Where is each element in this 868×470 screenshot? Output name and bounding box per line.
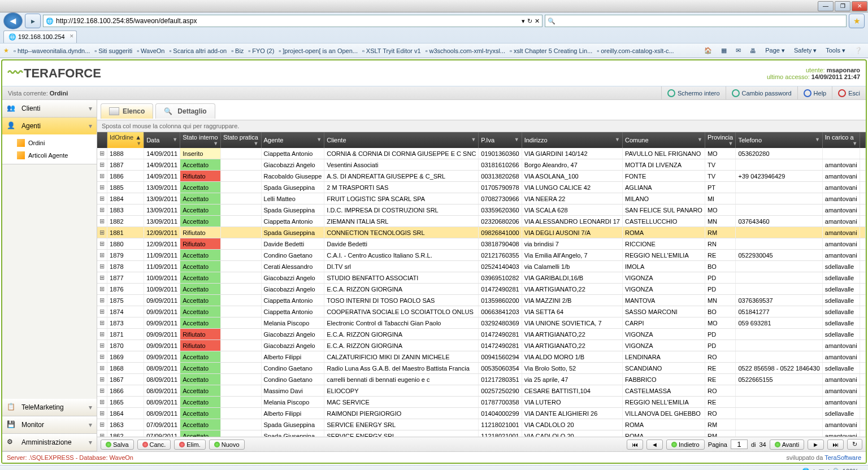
table-row[interactable]: ⊞188012/09/2011RifiutatoDavide BedettiDa… bbox=[97, 238, 866, 250]
delete-button[interactable]: Elim. bbox=[174, 439, 205, 450]
grid-scroll[interactable]: IdOrdine ▲▼Data▼Stato interno▼Stato prat… bbox=[97, 132, 866, 437]
filter-icon[interactable]: ▼ bbox=[514, 137, 519, 142]
toolbar-page[interactable]: Page ▾ bbox=[763, 46, 787, 55]
expand-icon[interactable]: ⊞ bbox=[97, 374, 107, 385]
col-header[interactable]: Telefono▼ bbox=[736, 132, 822, 148]
page-prev-button[interactable]: ◄ bbox=[646, 439, 663, 450]
tab-dettaglio[interactable]: 🔍 Dettaglio bbox=[155, 103, 215, 119]
favorite-link[interactable]: ▫http--waveonitalia.dyndn... bbox=[14, 47, 90, 54]
col-header[interactable]: Indirizzo▼ bbox=[522, 132, 622, 148]
col-header[interactable]: Agente▼ bbox=[261, 132, 324, 148]
col-header[interactable]: Provincia▼ bbox=[705, 132, 736, 148]
table-row[interactable]: ⊞187009/09/2011RifiutatoGiacobazzi Angel… bbox=[97, 340, 866, 351]
toolbar-safety[interactable]: Safety ▾ bbox=[792, 46, 819, 55]
page-last-button[interactable]: ⏭ bbox=[827, 439, 844, 450]
table-row[interactable]: ⊞186207/09/2011AccettatoSpada Giuseppina… bbox=[97, 430, 866, 437]
table-row[interactable]: ⊞187710/09/2011AccettatoGiacobazzi Angel… bbox=[97, 272, 866, 284]
page-back-button[interactable]: Indietro bbox=[666, 439, 705, 450]
filter-icon[interactable]: ▼ bbox=[213, 141, 218, 146]
sidebar-item[interactable]: Ordini bbox=[17, 137, 97, 149]
help-icon[interactable]: ❔ bbox=[852, 46, 865, 55]
expand-icon[interactable]: ⊞ bbox=[97, 238, 107, 250]
expand-icon[interactable]: ⊞ bbox=[97, 148, 107, 159]
expand-icon[interactable]: ⊞ bbox=[97, 385, 107, 397]
expand-icon[interactable]: ⊞ bbox=[97, 317, 107, 329]
col-header[interactable]: IdOrdine ▲▼ bbox=[107, 132, 144, 148]
table-row[interactable]: ⊞188614/09/2011RifiutatoRacobaldo Giusep… bbox=[97, 171, 866, 182]
filter-icon[interactable]: ▼ bbox=[316, 137, 322, 142]
table-row[interactable]: ⊞188714/09/2011AccettatoGiacobazzi Angel… bbox=[97, 159, 866, 171]
table-row[interactable]: ⊞186608/09/2011AccettatoMassimo DaviELIO… bbox=[97, 385, 866, 397]
page-first-button[interactable]: ⏮ bbox=[627, 439, 643, 450]
expand-icon[interactable]: ⊞ bbox=[97, 159, 107, 171]
search-bar[interactable]: 🔍 bbox=[545, 15, 847, 27]
expand-icon[interactable]: ⊞ bbox=[97, 351, 107, 363]
expand-icon[interactable]: ⊞ bbox=[97, 363, 107, 374]
table-row[interactable]: ⊞187811/09/2011AccettatoCerati Alessandr… bbox=[97, 261, 866, 272]
expand-icon[interactable]: ⊞ bbox=[97, 306, 107, 317]
save-button[interactable]: Salva bbox=[101, 439, 134, 450]
url-input[interactable] bbox=[56, 17, 519, 25]
favorites-icon[interactable]: ★ bbox=[849, 14, 865, 28]
favorite-link[interactable]: ▫oreilly.com-catalog-xslt-c... bbox=[597, 47, 674, 54]
filter-icon[interactable]: ▼ bbox=[615, 137, 620, 142]
expand-icon[interactable]: ⊞ bbox=[97, 284, 107, 295]
table-row[interactable]: ⊞187911/09/2011AccettatoCondino GaetanoC… bbox=[97, 250, 866, 261]
table-row[interactable]: ⊞186307/09/2011AccettatoSpada Giuseppina… bbox=[97, 419, 866, 430]
nav-forward-button[interactable]: ▸ bbox=[25, 14, 41, 28]
filter-icon[interactable]: ▼ bbox=[136, 141, 141, 146]
favorite-link[interactable]: ▫xslt Chapter 5 Creating Lin... bbox=[510, 47, 592, 54]
address-bar[interactable]: 🌐 ▾ ↻ ✕ bbox=[43, 15, 542, 27]
dropdown-icon[interactable]: ▾ bbox=[522, 18, 525, 25]
col-header[interactable]: Stato pratica▼ bbox=[221, 132, 261, 148]
expand-icon[interactable]: ⊞ bbox=[97, 408, 107, 419]
table-row[interactable]: ⊞187109/09/2011RifiutatoGiacobazzi Angel… bbox=[97, 329, 866, 340]
mail-icon[interactable]: ✉ bbox=[734, 46, 743, 55]
new-button[interactable]: Nuovo bbox=[209, 439, 245, 450]
expand-icon[interactable]: ⊞ bbox=[97, 397, 107, 408]
expand-icon[interactable]: ⊞ bbox=[97, 227, 107, 238]
table-row[interactable]: ⊞188313/09/2011AccettatoSpada Giuseppina… bbox=[97, 204, 866, 216]
favorite-link[interactable]: ▫]project-open[ is an Open... bbox=[279, 47, 358, 54]
col-header[interactable]: Comune▼ bbox=[623, 132, 705, 148]
favorite-link[interactable]: ▫FYO (2) bbox=[248, 47, 274, 54]
sidebar-section-amministrazione[interactable]: ⚙Amministrazione▾ bbox=[2, 434, 97, 451]
filter-icon[interactable]: ▼ bbox=[172, 137, 177, 142]
expand-icon[interactable]: ⊞ bbox=[97, 261, 107, 272]
tab-elenco[interactable]: Elenco bbox=[101, 103, 153, 119]
filter-icon[interactable]: ▼ bbox=[471, 137, 476, 142]
expand-icon[interactable]: ⊞ bbox=[97, 329, 107, 340]
favorite-link[interactable]: ▫Siti suggeriti bbox=[94, 47, 132, 54]
favorite-link[interactable]: ▫XSLT Tryit Editor v1 bbox=[362, 47, 421, 54]
filter-icon[interactable]: ▼ bbox=[852, 141, 857, 146]
sidebar-section-monitor[interactable]: 💾Monitor▾ bbox=[2, 416, 97, 433]
change-password-button[interactable]: Cambio password bbox=[726, 86, 797, 100]
home-icon[interactable]: 🏠 bbox=[702, 46, 714, 55]
table-row[interactable]: ⊞186508/09/2011AccettatoMelania PiscopoM… bbox=[97, 397, 866, 408]
table-row[interactable]: ⊞188213/09/2011AccettatoCiappetta Antoni… bbox=[97, 216, 866, 227]
expand-icon[interactable]: ⊞ bbox=[97, 182, 107, 193]
filter-icon[interactable]: ▼ bbox=[697, 137, 702, 142]
maximize-button[interactable]: ❐ bbox=[835, 1, 850, 11]
page-next-button[interactable]: ► bbox=[808, 439, 824, 450]
close-button[interactable]: ✕ bbox=[852, 1, 867, 11]
favorite-link[interactable]: ▫w3schools.com-xml-tryxsl... bbox=[426, 47, 505, 54]
developer-link[interactable]: TeraSoftware bbox=[824, 454, 861, 461]
expand-icon[interactable]: ⊞ bbox=[97, 204, 107, 216]
sidebar-section-clienti[interactable]: 👥Clienti▾ bbox=[2, 100, 97, 117]
help-button[interactable]: Help bbox=[797, 86, 832, 100]
table-row[interactable]: ⊞187509/09/2011AccettatoCiappetta Antoni… bbox=[97, 295, 866, 306]
fullscreen-button[interactable]: Schermo intero bbox=[661, 86, 726, 100]
table-row[interactable]: ⊞188814/09/2011InseritoCiappetta Antonio… bbox=[97, 148, 866, 159]
filter-icon[interactable]: ▼ bbox=[815, 137, 820, 142]
expand-icon[interactable]: ⊞ bbox=[97, 216, 107, 227]
browser-tab[interactable]: 🌐 192.168.100.254 ✕ bbox=[3, 31, 77, 43]
col-header[interactable]: P.Iva▼ bbox=[479, 132, 522, 148]
filter-icon[interactable]: ▼ bbox=[254, 141, 259, 146]
expand-icon[interactable]: ⊞ bbox=[97, 430, 107, 437]
col-header[interactable]: Cliente▼ bbox=[324, 132, 479, 148]
favorite-link[interactable]: ▫WaveOn bbox=[137, 47, 164, 54]
col-header[interactable]: Data▼ bbox=[144, 132, 180, 148]
expand-icon[interactable]: ⊞ bbox=[97, 419, 107, 430]
sidebar-section-agenti[interactable]: 👤Agenti▾ bbox=[2, 118, 97, 134]
